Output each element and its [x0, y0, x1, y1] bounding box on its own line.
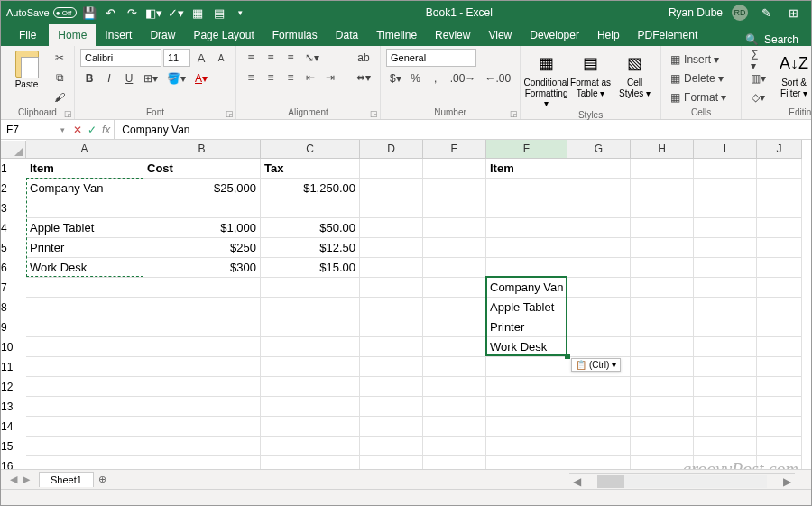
cell-A10[interactable] [26, 337, 143, 357]
redo-icon[interactable]: ↷ [124, 4, 142, 22]
enter-icon[interactable]: ✓ [88, 124, 97, 136]
sheet-nav-prev-icon[interactable]: ◀ [10, 474, 17, 485]
cell-I13[interactable] [694, 397, 757, 417]
sheet-tab[interactable]: Sheet1 [39, 472, 94, 487]
col-header-A[interactable]: A [26, 140, 143, 159]
indent-inc-icon[interactable]: ⇥ [321, 69, 339, 87]
cell-G3[interactable] [567, 198, 631, 218]
cell-H11[interactable] [631, 357, 694, 377]
cell-F15[interactable] [486, 437, 567, 456]
cell-H2[interactable] [631, 179, 694, 198]
cell-I11[interactable] [694, 357, 757, 377]
row-header-3[interactable]: 3 [1, 198, 26, 218]
cell-B13[interactable] [143, 397, 261, 417]
cell-D8[interactable] [360, 298, 423, 317]
cell-H13[interactable] [631, 397, 694, 417]
cell-F14[interactable] [486, 417, 567, 437]
cell-G14[interactable] [567, 417, 631, 437]
cell-E7[interactable] [423, 278, 486, 298]
cell-J13[interactable] [757, 397, 802, 417]
tab-pdfelement[interactable]: PDFelement [629, 24, 707, 46]
cell-H5[interactable] [631, 238, 694, 258]
row-header-13[interactable]: 13 [1, 397, 26, 417]
cell-E11[interactable] [423, 357, 486, 377]
cell-H8[interactable] [631, 298, 694, 317]
cell-D9[interactable] [360, 317, 423, 337]
wrap-text-button[interactable]: ab [353, 49, 374, 67]
cell-C13[interactable] [261, 397, 360, 417]
cell-J11[interactable] [757, 357, 802, 377]
cell-D13[interactable] [360, 397, 423, 417]
cell-A1[interactable]: Item [26, 159, 143, 179]
user-avatar[interactable]: RD [732, 5, 748, 21]
tab-file[interactable]: File [6, 24, 49, 46]
cell-G2[interactable] [567, 179, 631, 198]
cell-F13[interactable] [486, 397, 567, 417]
row-header-2[interactable]: 2 [1, 179, 26, 198]
cell-D5[interactable] [360, 238, 423, 258]
row-header-8[interactable]: 8 [1, 298, 26, 317]
cell-H15[interactable] [631, 437, 694, 456]
qat-icon-2[interactable]: ▦ [189, 4, 207, 22]
cell-A4[interactable]: Apple Tablet [26, 218, 143, 238]
cell-G15[interactable] [567, 437, 631, 456]
tab-view[interactable]: View [479, 24, 521, 46]
tab-help[interactable]: Help [588, 24, 629, 46]
cell-J3[interactable] [757, 198, 802, 218]
col-header-H[interactable]: H [631, 140, 694, 159]
align-center-icon[interactable]: ≡ [262, 69, 280, 87]
cell-I12[interactable] [694, 377, 757, 397]
cell-B14[interactable] [143, 417, 261, 437]
qat-dropdown-icon[interactable]: ▾ [232, 4, 250, 22]
cell-E14[interactable] [423, 417, 486, 437]
cell-B3[interactable] [143, 198, 261, 218]
indent-dec-icon[interactable]: ⇤ [301, 69, 319, 87]
font-color-icon[interactable]: A▾ [191, 69, 211, 87]
inc-decimal-icon[interactable]: .00→ [447, 69, 480, 87]
number-format-select[interactable] [386, 49, 476, 67]
ribbon-display-icon[interactable]: ⊞ [784, 4, 802, 22]
font-family-select[interactable] [80, 49, 161, 67]
number-launcher-icon[interactable]: ◲ [510, 109, 518, 118]
comma-icon[interactable]: , [427, 69, 445, 87]
cell-A8[interactable] [26, 298, 143, 317]
coming-soon-icon[interactable]: ✎ [757, 4, 775, 22]
cell-D4[interactable] [360, 218, 423, 238]
cell-I7[interactable] [694, 278, 757, 298]
cell-F7[interactable]: Company Van [486, 278, 567, 298]
align-right-icon[interactable]: ≡ [281, 69, 300, 87]
cell-B7[interactable] [143, 278, 261, 298]
cell-G4[interactable] [567, 218, 631, 238]
cell-C14[interactable] [261, 417, 360, 437]
cell-A14[interactable] [26, 417, 143, 437]
col-header-J[interactable]: J [757, 140, 802, 159]
cell-J1[interactable] [757, 159, 802, 179]
cell-A6[interactable]: Work Desk [26, 258, 143, 278]
cell-B10[interactable] [143, 337, 261, 357]
cell-E2[interactable] [423, 179, 486, 198]
sort-filter-button[interactable]: A↓ZSort & Filter ▾ [774, 49, 812, 98]
cell-B2[interactable]: $25,000 [143, 179, 261, 198]
row-header-15[interactable]: 15 [1, 437, 26, 456]
clear-button[interactable]: ◇ ▾ [747, 88, 770, 106]
merge-button[interactable]: ⬌▾ [353, 69, 374, 87]
cell-J14[interactable] [757, 417, 802, 437]
cell-E5[interactable] [423, 238, 486, 258]
cell-H1[interactable] [631, 159, 694, 179]
cell-C8[interactable] [261, 298, 360, 317]
cell-F4[interactable] [486, 218, 567, 238]
conditional-formatting-button[interactable]: ▦Conditional Formatting ▾ [526, 49, 567, 109]
cell-A5[interactable]: Printer [26, 238, 143, 258]
col-header-E[interactable]: E [423, 140, 486, 159]
sheet-nav-next-icon[interactable]: ▶ [23, 474, 30, 485]
fill-handle[interactable] [565, 354, 570, 359]
col-header-B[interactable]: B [143, 140, 261, 159]
row-header-11[interactable]: 11 [1, 357, 26, 377]
format-painter-icon[interactable]: 🖌 [51, 88, 69, 106]
cell-D11[interactable] [360, 357, 423, 377]
paste-button[interactable]: Paste [6, 49, 47, 90]
cell-B1[interactable]: Cost [143, 159, 261, 179]
tab-home[interactable]: Home [49, 24, 96, 46]
cell-I1[interactable] [694, 159, 757, 179]
cell-I5[interactable] [694, 238, 757, 258]
